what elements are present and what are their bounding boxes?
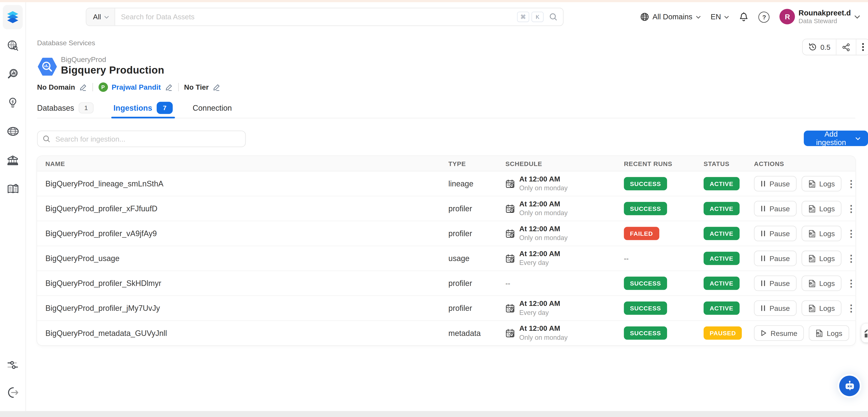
recent-run-badge[interactable]: SUCCESS (624, 202, 667, 215)
row-more-actions[interactable]: ⋮ (846, 303, 854, 313)
global-topbar: All ⌘ K All Domains EN (26, 2, 868, 32)
pause-resume-button[interactable]: Resume (754, 325, 804, 341)
tab-connection[interactable]: Connection (192, 103, 232, 118)
recent-run-badge[interactable]: SUCCESS (624, 177, 667, 190)
recent-run-empty: -- (624, 254, 629, 263)
logs-button[interactable]: Logs (802, 176, 841, 191)
chevron-down-icon (855, 136, 860, 140)
version-button[interactable]: 0.5 (803, 39, 836, 55)
app-logo[interactable] (3, 5, 23, 29)
pause-icon (761, 181, 766, 187)
logs-button[interactable]: Logs (802, 226, 841, 241)
row-more-actions[interactable]: ⋮ (846, 179, 854, 188)
sidebar-item-govern[interactable] (6, 154, 19, 166)
sidebar-item-insights[interactable] (6, 96, 19, 109)
assistant-button[interactable] (839, 376, 860, 396)
status-badge: ACTIVE (704, 252, 739, 265)
actions-cell: Pause Logs ⋮ (754, 176, 855, 191)
recent-run-badge[interactable]: SUCCESS (624, 301, 667, 315)
edit-domain-icon[interactable] (79, 83, 87, 91)
recent-run-badge[interactable]: SUCCESS (624, 326, 667, 340)
pause-resume-button[interactable]: Pause (754, 300, 797, 316)
bank-icon (7, 154, 19, 166)
user-menu[interactable]: R Rounakpreet.d Data Steward (780, 9, 860, 25)
pause-resume-button[interactable]: Pause (754, 226, 797, 241)
sidebar-item-domains[interactable] (6, 125, 19, 138)
bigquery-icon (37, 56, 57, 77)
notifications-button[interactable] (739, 12, 749, 22)
search-icon[interactable] (549, 13, 557, 21)
recent-run-badge[interactable]: FAILED (624, 227, 659, 240)
ingestion-name[interactable]: BigQueryProd_usage (45, 254, 448, 263)
sidebar-item-settings[interactable] (6, 358, 19, 371)
bell-icon (739, 12, 749, 22)
edge-widget-tab[interactable] (861, 324, 868, 343)
col-header-type: TYPE (448, 160, 505, 167)
recent-runs-cell: SUCCESS (624, 326, 704, 340)
ingestion-name[interactable]: BigQueryProd_profiler_xFJfuufD (45, 204, 448, 213)
tab-ingestions[interactable]: Ingestions 7 (114, 103, 173, 118)
language-dropdown[interactable]: EN (711, 13, 730, 21)
sidebar-item-observability[interactable] (6, 68, 19, 80)
logs-button[interactable]: Logs (802, 251, 841, 266)
help-button[interactable]: ? (759, 11, 770, 23)
ingestion-schedule: At 12:00 AM Only on monday (505, 324, 624, 342)
pause-resume-button[interactable]: Pause (754, 251, 797, 266)
ingestion-schedule: At 12:00 AM Every day (505, 250, 624, 267)
status-cell: ACTIVE (704, 301, 754, 315)
pause-resume-button[interactable]: Pause (754, 276, 797, 291)
add-ingestion-button[interactable]: Add ingestion (804, 131, 868, 146)
share-icon (842, 43, 850, 51)
pause-resume-button[interactable]: Pause (754, 176, 797, 191)
calendar-clock-icon (505, 303, 515, 313)
row-more-actions[interactable]: ⋮ (846, 204, 854, 213)
edit-tier-icon[interactable] (213, 83, 220, 91)
ingestion-search-input[interactable] (54, 134, 240, 143)
tab-databases[interactable]: Databases 1 (37, 103, 94, 118)
edit-owner-icon[interactable] (165, 83, 173, 91)
logs-button[interactable]: Logs (809, 325, 849, 341)
logs-button[interactable]: Logs (802, 276, 841, 291)
row-more-actions[interactable]: ⋮ (846, 279, 854, 288)
ingestion-name[interactable]: BigQueryProd_profiler_jMy7UvJy (45, 304, 448, 313)
sidebar-item-logout[interactable] (6, 386, 19, 399)
recent-run-badge[interactable]: SUCCESS (624, 277, 667, 290)
share-button[interactable] (836, 39, 856, 55)
ingestion-name[interactable]: BigQueryProd_profiler_vA9jfAy9 (45, 229, 448, 238)
row-more-actions[interactable]: ⋮ (854, 328, 855, 338)
more-actions-button[interactable] (856, 39, 868, 55)
row-more-actions[interactable]: ⋮ (846, 254, 854, 263)
schedule-frequency: Only on monday (519, 184, 567, 192)
logs-button[interactable]: Logs (802, 201, 841, 216)
breadcrumb[interactable]: Database Services (37, 39, 95, 47)
pause-resume-button[interactable]: Pause (754, 201, 797, 216)
search-filter-dropdown[interactable]: All (86, 8, 115, 26)
recent-runs-cell: SUCCESS (624, 177, 704, 190)
robot-icon (843, 380, 856, 392)
logs-button[interactable]: Logs (802, 300, 841, 316)
tier-meta: No Tier (184, 83, 220, 91)
resume-icon (761, 330, 767, 336)
ingestion-name[interactable]: BigQueryProd_lineage_smLnSthA (45, 179, 448, 188)
table-row: BigQueryProd_usage usage At 12:00 AM Eve… (37, 246, 855, 271)
sidebar-item-explore[interactable] (6, 39, 19, 52)
ingestion-name[interactable]: BigQueryProd_profiler_SkHDlmyr (45, 279, 448, 288)
ingestion-name[interactable]: BigQueryProd_metadata_GUVyJnll (45, 329, 448, 338)
open-book-icon (6, 183, 19, 195)
ingestion-type: lineage (448, 179, 505, 188)
col-header-actions: ACTIONS (754, 160, 855, 167)
status-cell: ACTIVE (704, 177, 754, 190)
domains-dropdown[interactable]: All Domains (640, 12, 701, 22)
page-title: Bigquery Production (61, 64, 164, 76)
chevron-down-icon (695, 15, 701, 19)
shortcut-k-key: K (531, 11, 544, 22)
owner-link[interactable]: Prajwal Pandit (112, 83, 161, 91)
sidebar-item-learning[interactable] (6, 183, 19, 195)
ingestion-type: profiler (448, 279, 505, 288)
ingestion-schedule: At 12:00 AM Only on monday (505, 225, 624, 242)
row-more-actions[interactable]: ⋮ (846, 229, 854, 238)
logs-icon (808, 254, 815, 262)
global-search-input[interactable] (116, 13, 517, 21)
recent-runs-cell: SUCCESS (624, 301, 704, 315)
schedule-time: At 12:00 AM (519, 324, 567, 333)
